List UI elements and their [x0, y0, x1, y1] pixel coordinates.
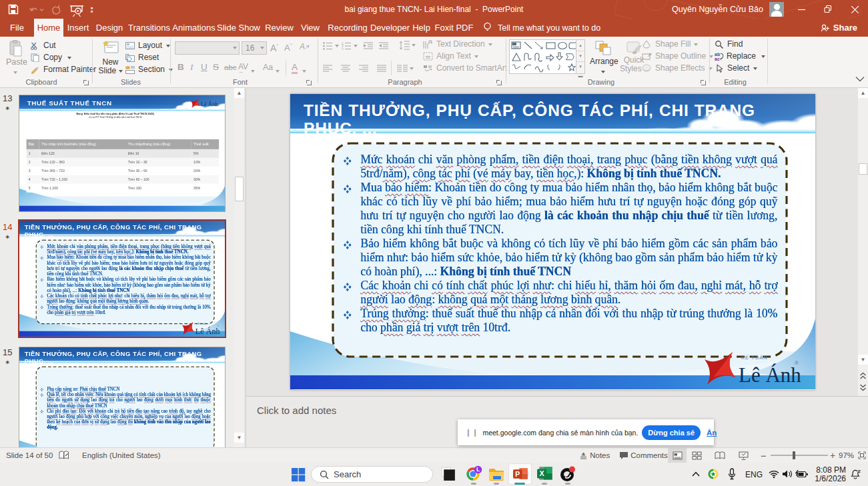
svg-text:ac: ac [715, 57, 720, 61]
svg-text:KẾ TOÁN: KẾ TOÁN [196, 322, 207, 325]
svg-text:Lê Ánh: Lê Ánh [195, 327, 220, 336]
svg-text:Lê Ánh: Lê Ánh [739, 363, 801, 387]
svg-text:®: ® [795, 360, 799, 366]
svg-text:KẾ TOÁN: KẾ TOÁN [741, 354, 768, 361]
svg-text:Lê Ánh: Lê Ánh [201, 101, 219, 107]
svg-text:A: A [300, 42, 305, 51]
svg-text:ab: ab [715, 52, 720, 57]
svg-text:3: 3 [342, 47, 344, 50]
